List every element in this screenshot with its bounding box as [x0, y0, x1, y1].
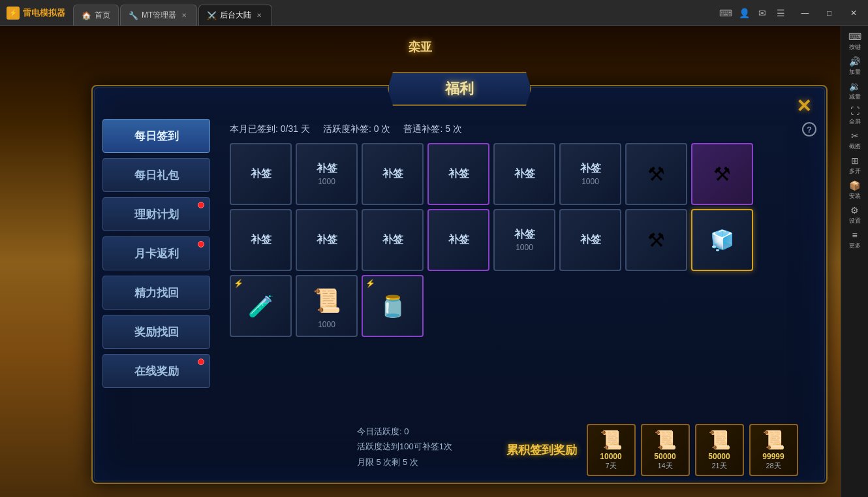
grid-cell[interactable]: 补签: [493, 143, 555, 205]
app-icon: ⚡: [7, 7, 20, 20]
tool-volume-up[interactable]: 🔊 加量: [843, 54, 867, 78]
tool-settings[interactable]: ⚙ 设置: [843, 203, 867, 227]
maximize-button[interactable]: □: [818, 3, 841, 23]
reward-item-28[interactable]: 📜 99999 28天: [749, 424, 798, 476]
install-label: 安装: [849, 192, 861, 200]
tab-mt[interactable]: 🔧 MT管理器 ✕: [120, 5, 197, 25]
screenshot-icon: ✂: [851, 131, 859, 141]
tabs-area: 🏠 首页 🔧 MT管理器 ✕ ⚔️ 后台大陆 ✕: [72, 0, 713, 25]
tool-fullscreen[interactable]: ⛶ 全屏: [843, 104, 867, 127]
reach-100-text: 活跃度达到100可补签1次: [357, 439, 488, 454]
grid-cell[interactable]: 补签 1000: [296, 143, 358, 205]
grid-cell-hammer3[interactable]: ⚒: [625, 209, 687, 271]
grid-cell[interactable]: 补签: [230, 209, 292, 271]
grid-cell-bottle2[interactable]: ⚡ 🫙: [362, 275, 424, 337]
grid-cell[interactable]: 补签: [296, 209, 358, 271]
sign-grid: 补签 补签 1000 补签 补签 补签: [230, 143, 816, 337]
menu-icon[interactable]: ☰: [774, 7, 787, 20]
fullscreen-icon: ⛶: [850, 106, 860, 116]
month-signed-info: 本月已签到: 0/31 天: [230, 123, 310, 135]
tab-mt-icon: 🔧: [129, 11, 138, 20]
chest-icon: 🧊: [704, 222, 740, 258]
dialog-close-button[interactable]: ✕: [790, 93, 816, 119]
mail-icon[interactable]: ✉: [756, 7, 769, 20]
tool-volume-down[interactable]: 🔉 减量: [843, 79, 867, 103]
tool-multiopen[interactable]: ⊞ 多开: [843, 153, 867, 177]
volume-up-label: 加量: [849, 68, 861, 76]
tool-screenshot[interactable]: ✂ 截图: [843, 129, 867, 152]
nav-online-reward-label: 在线奖励: [134, 364, 179, 379]
grid-cell[interactable]: 补签: [427, 143, 489, 205]
grid-cell[interactable]: 补签: [362, 143, 424, 205]
tab-game[interactable]: ⚔️ 后台大陆 ✕: [198, 5, 272, 25]
nav-daily-signin-label: 每日签到: [134, 129, 179, 144]
dialog-title-bar: 福利: [388, 72, 531, 106]
grid-cell[interactable]: 补签 1000: [559, 143, 621, 205]
tab-mt-close[interactable]: ✕: [179, 11, 189, 20]
volume-down-icon: 🔉: [849, 81, 860, 91]
grid-cell[interactable]: 补签: [362, 209, 424, 271]
lightning-icon: ⚡: [234, 279, 243, 288]
bottom-area: 今日活跃度: 0 活跃度达到100可补签1次 月限 5 次剩 5 次 累积签到奖…: [347, 424, 826, 476]
nav-reward-recover[interactable]: 奖励找回: [102, 315, 210, 349]
bottle2-icon: 🫙: [375, 288, 411, 324]
tab-home-icon: 🏠: [82, 11, 91, 20]
grid-cell-hammer1[interactable]: ⚒: [625, 143, 687, 205]
nav-finance-dot: [198, 202, 204, 208]
user-icon[interactable]: 👤: [737, 7, 751, 20]
keyboard-icon[interactable]: ⌨: [719, 7, 732, 20]
nav-online-reward[interactable]: 在线奖励: [102, 354, 210, 388]
reward-scroll-icon-1: 📜: [600, 429, 623, 451]
hammer3-icon: ⚒: [638, 222, 674, 258]
grid-row-1: 补签 补签 补签 补签 补签 1000: [230, 209, 816, 271]
reward-item-7[interactable]: 📜 10000 7天: [587, 424, 636, 476]
nav-monthly-dot: [198, 241, 204, 248]
nav-daily-signin[interactable]: 每日签到: [102, 119, 210, 153]
browser-chrome: ⚡ 雷电模拟器 🏠 首页 🔧 MT管理器 ✕ ⚔️ 后台大陆 ✕ ⌨ 👤 ✉ ☰…: [0, 0, 868, 26]
reward-days-2: 14天: [657, 461, 672, 471]
today-activity: 今日活跃度: 0: [357, 424, 488, 439]
multiopen-icon: ⊞: [851, 155, 859, 166]
activity-sign-info: 活跃度补签: 0 次: [323, 123, 390, 135]
tool-install[interactable]: 📦 安装: [843, 178, 867, 202]
nav-energy[interactable]: 精力找回: [102, 276, 210, 310]
reward-item-14[interactable]: 📜 50000 14天: [641, 424, 690, 476]
grid-cell-hammer2[interactable]: ⚒: [691, 143, 753, 205]
reward-item-21[interactable]: 📜 50000 21天: [695, 424, 744, 476]
reward-count-2: 50000: [654, 452, 675, 461]
left-nav: 每日签到 每日礼包 理财计划 月卡返利 精力找回 奖励找回 在线奖励: [93, 112, 220, 483]
grid-row-top: 补签 补签 1000 补签 补签 补签: [230, 143, 816, 205]
tool-keyboard[interactable]: ⌨ 按键: [843, 29, 867, 53]
normal-sign-info: 普通补签: 5 次: [403, 123, 461, 135]
tool-more[interactable]: ≡ 更多: [843, 228, 867, 251]
nav-monthly[interactable]: 月卡返利: [102, 236, 210, 270]
nav-daily-gift[interactable]: 每日礼包: [102, 158, 210, 192]
grid-cell-bottle1[interactable]: ⚡ 🧪: [230, 275, 292, 337]
grid-cell[interactable]: 补签 1000: [493, 209, 555, 271]
close-button[interactable]: ✕: [842, 3, 865, 23]
reward-scroll-icon-3: 📜: [708, 429, 731, 451]
app-name: 雷电模拟器: [23, 7, 65, 19]
more-label: 更多: [849, 242, 861, 250]
fullscreen-label: 全屏: [849, 118, 861, 126]
tab-game-icon: ⚔️: [207, 11, 217, 20]
minimize-button[interactable]: —: [794, 3, 816, 23]
reward-days-4: 28天: [766, 461, 781, 471]
cumulative-label: 累积签到奖励: [506, 442, 577, 458]
grid-cell[interactable]: 补签: [427, 209, 489, 271]
reward-count-3: 50000: [708, 452, 730, 461]
hammer2-icon: ⚒: [704, 156, 740, 192]
tab-game-close[interactable]: ✕: [255, 11, 264, 20]
reward-days-3: 21天: [711, 461, 726, 471]
grid-cell[interactable]: 补签: [230, 143, 292, 205]
nav-finance[interactable]: 理财计划: [102, 197, 210, 231]
cumulative-rewards: 累积签到奖励 📜 10000 7天 📜 50000 14天: [488, 424, 816, 476]
window-controls: — □ ✕: [794, 3, 868, 23]
nav-online-dot: [198, 359, 204, 365]
right-sidebar: ⌨ 按键 🔊 加量 🔉 减量 ⛶ 全屏 ✂ 截图 ⊞ 多开 📦 安装 ⚙ 设置 …: [841, 26, 868, 497]
help-button[interactable]: ?: [802, 122, 816, 136]
tab-home[interactable]: 🏠 首页: [73, 5, 119, 25]
grid-cell[interactable]: 补签: [559, 209, 621, 271]
grid-cell-chest[interactable]: 🧊: [691, 209, 753, 271]
grid-cell-scroll[interactable]: 📜 1000: [296, 275, 358, 337]
